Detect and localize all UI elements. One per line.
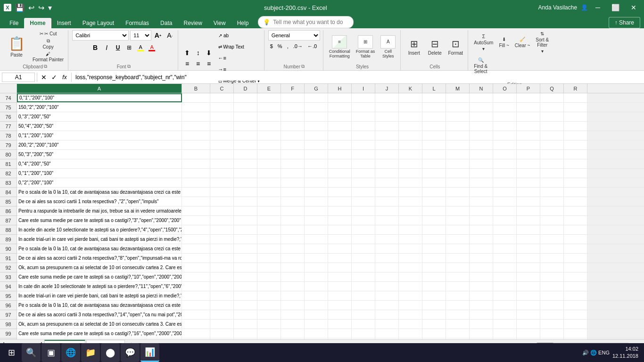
cell-P96[interactable] [517, 301, 540, 310]
cell-P83[interactable] [517, 178, 540, 187]
cell-L95[interactable] [422, 291, 446, 300]
cell-P92[interactable] [517, 263, 540, 272]
cell-H94[interactable] [328, 282, 352, 291]
cell-R74[interactable] [564, 93, 587, 102]
cell-J86[interactable] [375, 206, 399, 215]
minimize-button[interactable]: ─ [592, 0, 604, 15]
col-header-F[interactable]: F [281, 84, 305, 93]
cell-O74[interactable] [493, 93, 517, 102]
cell-N93[interactable] [470, 272, 493, 281]
cell-B76[interactable] [182, 112, 210, 121]
cell-F87[interactable] [281, 216, 305, 225]
cell-M93[interactable] [446, 272, 470, 281]
cell-I82[interactable] [352, 169, 375, 178]
cell-A76[interactable]: 0,"3","200","50" [17, 112, 182, 121]
font-color-button[interactable]: A [147, 42, 157, 53]
cell-J74[interactable] [375, 93, 399, 102]
cell-E91[interactable] [257, 254, 281, 263]
cell-K90[interactable] [399, 244, 422, 253]
cell-M98[interactable] [446, 320, 470, 329]
copy-button[interactable]: ⧉ Copy [31, 38, 65, 50]
cell-P78[interactable] [517, 131, 540, 140]
cell-O94[interactable] [493, 282, 517, 291]
row-header-76[interactable]: 76 [0, 112, 17, 122]
cell-E85[interactable] [257, 197, 281, 206]
cell-R94[interactable] [564, 282, 587, 291]
cell-N90[interactable] [470, 244, 493, 253]
cell-D96[interactable] [234, 301, 257, 310]
cell-Q86[interactable] [540, 206, 564, 215]
cell-Q81[interactable] [540, 159, 564, 168]
cell-O75[interactable] [493, 103, 517, 112]
cell-J85[interactable] [375, 197, 399, 206]
indent-decrease-button[interactable]: ←≡ [217, 53, 227, 63]
cell-F79[interactable] [281, 140, 305, 149]
cell-I75[interactable] [352, 103, 375, 112]
cell-F77[interactable] [281, 122, 305, 131]
cell-H77[interactable] [328, 122, 352, 131]
cell-B100[interactable] [182, 338, 210, 339]
cell-G99[interactable] [305, 329, 328, 338]
cell-C94[interactable] [210, 282, 234, 291]
cell-I77[interactable] [352, 122, 375, 131]
conditional-formatting-button[interactable]: ≡ ConditionalFormatting [327, 34, 352, 59]
cell-P89[interactable] [517, 235, 540, 244]
cell-H87[interactable] [328, 216, 352, 225]
cell-O79[interactable] [493, 140, 517, 149]
cell-H80[interactable] [328, 150, 352, 159]
cell-N84[interactable] [470, 188, 493, 197]
increase-decimal-button[interactable]: .0→ [291, 41, 305, 51]
cell-O96[interactable] [493, 301, 517, 310]
cell-M78[interactable] [446, 131, 470, 140]
cell-K75[interactable] [399, 103, 422, 112]
cell-B78[interactable] [182, 131, 210, 140]
cell-Q87[interactable] [540, 216, 564, 225]
close-button[interactable]: ✕ [627, 0, 640, 15]
cell-F95[interactable] [281, 291, 305, 300]
col-header-A[interactable]: A [17, 84, 182, 93]
cell-B87[interactable] [182, 216, 210, 225]
cell-P99[interactable] [517, 329, 540, 338]
cell-P86[interactable] [517, 206, 540, 215]
cell-D97[interactable] [234, 310, 257, 319]
cell-A86[interactable]: Pentru a raspunde la intrebarile de mai … [17, 206, 182, 215]
cell-I80[interactable] [352, 150, 375, 159]
cell-N99[interactable] [470, 329, 493, 338]
cell-B95[interactable] [182, 291, 210, 300]
cell-A100[interactable]: In cate din acele 10 selectionate te ast… [17, 338, 182, 339]
cell-L77[interactable] [422, 122, 446, 131]
excel-taskbar-button[interactable]: 📊 [140, 343, 159, 362]
cell-A96[interactable]: Pe o scala de la 0 la 10, cat de avantaj… [17, 301, 182, 310]
cell-K85[interactable] [399, 197, 422, 206]
cell-H79[interactable] [328, 140, 352, 149]
cell-B89[interactable] [182, 235, 210, 244]
cell-D83[interactable] [234, 178, 257, 187]
cell-P76[interactable] [517, 112, 540, 121]
cell-L78[interactable] [422, 131, 446, 140]
cell-R81[interactable] [564, 159, 587, 168]
align-middle-button[interactable]: ↕ [193, 48, 203, 58]
cell-F96[interactable] [281, 301, 305, 310]
redo-button[interactable]: ↪ [37, 3, 45, 12]
cell-O89[interactable] [493, 235, 517, 244]
cell-E92[interactable] [257, 263, 281, 272]
cell-O95[interactable] [493, 291, 517, 300]
row-header-87[interactable]: 87 [0, 216, 17, 225]
cell-J79[interactable] [375, 140, 399, 149]
cell-K86[interactable] [399, 206, 422, 215]
col-header-E[interactable]: E [257, 84, 281, 93]
cell-M80[interactable] [446, 150, 470, 159]
cell-H97[interactable] [328, 310, 352, 319]
cell-K84[interactable] [399, 188, 422, 197]
cell-Q94[interactable] [540, 282, 564, 291]
cell-N98[interactable] [470, 320, 493, 329]
borders-button[interactable]: ⊞ [124, 42, 134, 53]
cell-H93[interactable] [328, 272, 352, 281]
tab-help[interactable]: Help [231, 18, 255, 28]
tab-home[interactable]: Home [24, 18, 51, 28]
cell-G94[interactable] [305, 282, 328, 291]
cell-E87[interactable] [257, 216, 281, 225]
col-header-J[interactable]: J [375, 84, 399, 93]
cell-K80[interactable] [399, 150, 422, 159]
cell-Q85[interactable] [540, 197, 564, 206]
